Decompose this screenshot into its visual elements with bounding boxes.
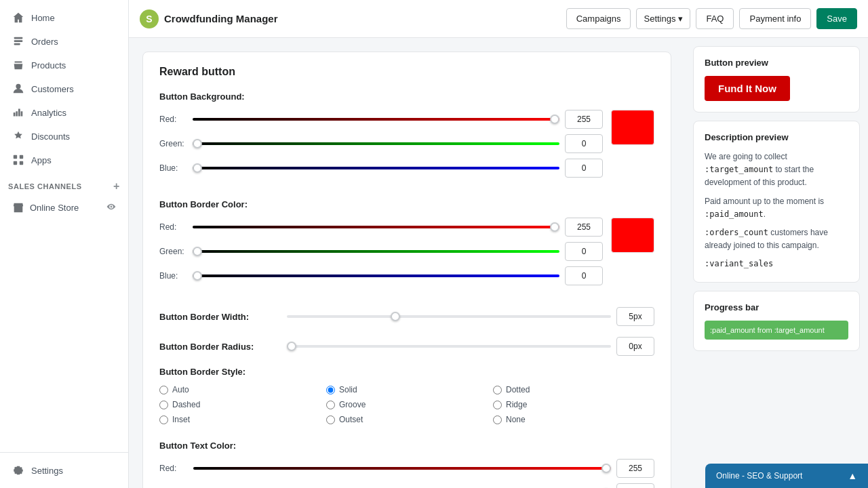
- style-auto-radio[interactable]: [159, 386, 168, 394]
- style-dashed[interactable]: Dashed: [159, 400, 321, 409]
- style-groove-radio[interactable]: [326, 401, 335, 409]
- border-blue-label: Blue:: [159, 271, 187, 281]
- border-blue-input[interactable]: [565, 266, 603, 285]
- sidebar-item-discounts[interactable]: Discounts: [4, 125, 124, 148]
- style-groove[interactable]: Groove: [326, 400, 488, 409]
- sidebar-item-online-store[interactable]: Online Store: [4, 196, 124, 219]
- bg-red-slider[interactable]: [193, 118, 559, 121]
- campaigns-button[interactable]: Campaigns: [566, 8, 631, 29]
- style-solid-radio[interactable]: [326, 386, 335, 394]
- apps-icon: [12, 154, 24, 166]
- style-none[interactable]: None: [493, 415, 654, 424]
- border-color-preview: [611, 218, 654, 253]
- analytics-icon: [12, 106, 24, 119]
- home-icon: [12, 12, 24, 24]
- sidebar-item-home[interactable]: Home: [4, 6, 124, 29]
- border-blue-slider[interactable]: [193, 274, 559, 277]
- border-red-row: Red:: [159, 218, 603, 237]
- border-red-label: Red:: [159, 222, 187, 232]
- border-width-label: Button Border Width:: [159, 312, 281, 322]
- bg-green-input[interactable]: [565, 134, 603, 153]
- style-outset-radio[interactable]: [326, 415, 335, 424]
- text-red-row: Red:: [159, 459, 654, 478]
- faq-button[interactable]: FAQ: [696, 8, 734, 29]
- payment-info-button[interactable]: Payment info: [739, 8, 811, 29]
- bg-blue-slider[interactable]: [193, 167, 559, 169]
- bg-red-input[interactable]: [565, 110, 603, 129]
- text-red-label: Red:: [159, 464, 188, 473]
- text-green-row: Green:: [159, 483, 654, 488]
- sidebar: Home Orders Products Customers Analytics: [0, 0, 129, 488]
- border-width-slider[interactable]: [287, 315, 611, 318]
- sidebar-item-orders-label: Orders: [31, 37, 58, 47]
- text-red-slider[interactable]: [193, 467, 611, 470]
- border-green-slider[interactable]: [193, 250, 559, 253]
- style-inset-radio[interactable]: [159, 415, 168, 424]
- support-label: Online - SEO & Support: [716, 471, 802, 481]
- sidebar-item-apps-label: Apps: [31, 155, 52, 165]
- style-solid[interactable]: Solid: [326, 385, 488, 394]
- border-red-slider[interactable]: [193, 226, 559, 228]
- bg-red-row: Red:: [159, 110, 603, 129]
- progress-bar-container: :paid_amount from :target_amount: [705, 321, 848, 340]
- support-bar[interactable]: Online - SEO & Support ▲: [705, 464, 868, 488]
- bg-green-slider[interactable]: [193, 142, 559, 145]
- style-dashed-radio[interactable]: [159, 401, 168, 409]
- text-green-input[interactable]: [616, 483, 654, 488]
- sidebar-item-settings[interactable]: Settings: [4, 459, 124, 482]
- border-style-grid: Auto Solid Dotted Dashed Groove Ridge In…: [159, 385, 654, 424]
- border-green-row: Green:: [159, 242, 603, 261]
- progress-bar-card: Progress bar :paid_amount from :target_a…: [693, 291, 860, 351]
- bg-red-label: Red:: [159, 115, 187, 124]
- style-ridge-radio[interactable]: [493, 401, 502, 409]
- style-ridge[interactable]: Ridge: [493, 400, 654, 409]
- style-dotted[interactable]: Dotted: [493, 385, 654, 394]
- text-color-label: Button Text Color:: [159, 441, 654, 451]
- style-none-radio[interactable]: [493, 415, 502, 424]
- chevron-down-icon: ▾: [678, 14, 683, 24]
- style-auto[interactable]: Auto: [159, 385, 321, 394]
- add-sales-channel-icon[interactable]: +: [113, 180, 120, 192]
- eye-icon[interactable]: [106, 202, 116, 214]
- page-title: Reward button: [159, 66, 654, 78]
- svg-rect-7: [20, 161, 23, 165]
- variant-sales-var: :variant_sales: [705, 259, 773, 268]
- right-panel: Button preview Fund It Now Description p…: [685, 38, 868, 488]
- paid-amount-var: :paid_amount: [705, 209, 764, 219]
- chevron-up-icon: ▲: [848, 470, 857, 481]
- border-radius-label: Button Border Radius:: [159, 342, 281, 352]
- border-radius-input[interactable]: [616, 337, 654, 356]
- fund-now-button[interactable]: Fund It Now: [705, 76, 790, 101]
- text-red-input[interactable]: [616, 459, 654, 478]
- border-color-section: Button Border Color: Red: Green:: [159, 199, 654, 291]
- svg-rect-6: [14, 161, 17, 165]
- app-title: Crowdfunding Manager: [164, 13, 561, 24]
- bg-green-row: Green:: [159, 134, 603, 153]
- bg-blue-input[interactable]: [565, 159, 603, 178]
- online-store-label: Online Store: [30, 203, 79, 213]
- border-red-input[interactable]: [565, 218, 603, 237]
- border-style-label: Button Border Style:: [159, 367, 654, 377]
- products-icon: [12, 59, 24, 71]
- style-outset[interactable]: Outset: [326, 415, 488, 424]
- main-scroll: Reward button Button Background: Red:: [129, 38, 685, 488]
- sidebar-item-orders[interactable]: Orders: [4, 30, 124, 53]
- sidebar-item-apps[interactable]: Apps: [4, 148, 124, 171]
- border-color-label: Button Border Color:: [159, 199, 654, 209]
- border-color-row: Red: Green: Blue:: [159, 218, 654, 291]
- border-width-input[interactable]: [616, 307, 654, 326]
- bg-blue-row: Blue:: [159, 159, 603, 178]
- save-button[interactable]: Save: [816, 8, 857, 29]
- style-dotted-radio[interactable]: [493, 386, 502, 394]
- style-inset[interactable]: Inset: [159, 415, 321, 424]
- settings-button[interactable]: Settings ▾: [636, 8, 690, 29]
- border-radius-slider[interactable]: [287, 345, 611, 348]
- app-logo: S: [140, 9, 159, 28]
- text-color-section: Button Text Color: Red: Green:: [159, 441, 654, 488]
- border-green-input[interactable]: [565, 242, 603, 261]
- sidebar-item-products[interactable]: Products: [4, 54, 124, 77]
- desc-line-1: We are going to collect :target_amount t…: [705, 150, 848, 190]
- border-green-label: Green:: [159, 247, 187, 256]
- sidebar-item-analytics[interactable]: Analytics: [4, 101, 124, 124]
- sidebar-item-customers[interactable]: Customers: [4, 77, 124, 100]
